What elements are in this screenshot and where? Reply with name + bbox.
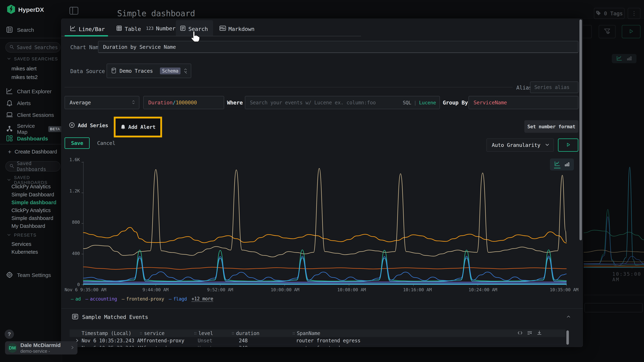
set-number-format-button[interactable]: Set number format (524, 120, 578, 133)
legend-item[interactable]: —accounting (85, 296, 117, 302)
bar-chart-icon (627, 56, 632, 62)
sidebar-item-team-settings[interactable]: Team Settings (6, 271, 51, 279)
code-icon[interactable] (517, 330, 523, 336)
create-dashboard-button[interactable]: + Create Dashboard (8, 148, 57, 155)
divider (0, 144, 62, 144)
column-duration[interactable]: duration (236, 330, 260, 336)
column-level[interactable]: level (198, 330, 213, 336)
cell-duration: 248 (239, 345, 248, 347)
alias-input[interactable]: Series alias (530, 81, 578, 93)
run-query-button-bg[interactable] (622, 25, 640, 38)
x-tick-label: 10:24:00 AM (466, 287, 500, 292)
page-title[interactable]: Simple dashboard (117, 8, 195, 18)
app-logo[interactable]: HyperDX (7, 5, 44, 15)
drag-handle-icon[interactable]: ∷ (194, 331, 196, 336)
tab-line-bar[interactable]: Line/Bar (70, 25, 105, 33)
add-alert-button[interactable]: Add Alert (120, 124, 156, 130)
drag-handle-icon[interactable]: ∷ (140, 331, 142, 336)
filter-button[interactable] (599, 25, 616, 38)
chart-name-input[interactable]: Duration by Service Name (98, 41, 578, 53)
tab-active-indicator (64, 35, 108, 36)
header-kebab-button[interactable]: ⋮ (628, 8, 640, 19)
field-expression-input[interactable]: Duration/1000000 (143, 96, 224, 109)
save-button[interactable]: Save (64, 137, 90, 149)
group-by-input[interactable]: ServiceName (468, 96, 578, 109)
tab-markdown[interactable]: Markdown (220, 25, 254, 32)
legend-item[interactable]: —frontend-proxy (122, 296, 164, 302)
saved-dashboards-input[interactable]: Saved Dashboards (5, 161, 60, 172)
column-timestamp[interactable]: Timestamp (Local) (82, 330, 131, 336)
sidebar-item-service-map[interactable]: Service Map BETA (6, 123, 62, 135)
chart-legend: —ad —accounting —frontend-proxy —flagd +… (71, 296, 213, 302)
collapse-chevron-icon[interactable] (566, 314, 571, 320)
column-spanname[interactable]: SpanName (297, 330, 320, 336)
cell-service: frontend-proxy (143, 345, 184, 347)
download-icon[interactable] (536, 330, 542, 336)
legend-item[interactable]: —flagd (169, 296, 187, 302)
event-row[interactable]: Nov 6 10:35:23.243 AM frontend-proxy Uns… (70, 337, 566, 344)
legend-item[interactable]: —ad (71, 296, 81, 302)
sidebar-toggle-icon[interactable] (70, 7, 78, 15)
saved-dashboard-item[interactable]: My Dashboard (12, 223, 45, 229)
drag-handle-icon[interactable]: ∷ (232, 331, 234, 336)
add-series-button[interactable]: Add Series (69, 122, 108, 129)
mouse-cursor (189, 30, 201, 44)
saved-dashboard-item[interactable]: Simple Dashboard (12, 192, 54, 198)
duration-line-chart[interactable] (82, 159, 574, 286)
wrap-lines-icon[interactable] (527, 330, 532, 336)
sidebar-item-search[interactable]: Search (6, 26, 34, 34)
preset-item[interactable]: Kubernetes (12, 249, 38, 255)
time-range-button-partial[interactable] (583, 25, 592, 38)
table-icon (116, 25, 122, 32)
user-menu[interactable]: DM Dale McDiarmid demo-service - (5, 341, 78, 355)
tags-button[interactable]: 0 Tags (594, 8, 624, 19)
tab-number[interactable]: 123 Number (146, 25, 176, 32)
x-tick-label: 10:16:00 AM (400, 287, 434, 292)
granularity-select[interactable]: Auto Granularity (486, 139, 554, 152)
tab-table[interactable]: Table (116, 25, 141, 32)
sidebar-item-alerts[interactable]: Alerts (6, 99, 31, 107)
sidebar-item-client-sessions[interactable]: Client Sessions (6, 111, 54, 119)
background-input[interactable] (584, 303, 642, 312)
saved-search-item[interactable]: mikes alert (12, 66, 36, 72)
aggregation-select[interactable]: Average (64, 96, 139, 109)
event-row-partial[interactable]: Nov 6 10:35:23.243 AM frontend-proxy Uns… (70, 344, 566, 347)
saved-dashboard-item[interactable]: Simple dashboard (12, 215, 53, 221)
sidebar-item-dashboards[interactable]: Dashboards (6, 135, 48, 143)
saved-dashboard-item[interactable]: ClickPy Analytics (12, 184, 51, 189)
background-chart-type-toggle[interactable] (612, 54, 636, 63)
legend-more-link[interactable]: +12 more (192, 296, 213, 302)
column-service[interactable]: service (144, 330, 164, 336)
field-token: Duration (148, 100, 173, 106)
events-table-scrollbar[interactable] (566, 330, 569, 345)
constant-token: 1000000 (176, 100, 197, 106)
search-list-icon (180, 25, 186, 32)
laptop-icon (6, 111, 13, 119)
sql-toggle[interactable]: SQL (403, 100, 411, 105)
sidebar-item-chart-explorer[interactable]: Chart Explorer (6, 88, 52, 95)
help-button[interactable]: ? (5, 330, 14, 339)
app-logo-text: HyperDX (18, 6, 44, 13)
filter-edit-icon (604, 28, 611, 35)
preset-item[interactable]: Services (12, 241, 31, 247)
database-icon (111, 68, 117, 74)
saved-dashboard-item-active[interactable]: Simple dashboard (12, 199, 56, 205)
hyperdx-logo-icon (7, 5, 16, 15)
lucene-toggle[interactable]: Lucene (419, 100, 436, 105)
presets-header[interactable]: PRESETS (7, 233, 36, 238)
drag-handle-icon[interactable]: ∷ (292, 331, 295, 336)
saved-dashboards-placeholder: Saved Dashboards (17, 161, 60, 172)
saved-dashboard-item[interactable]: ClickPy Analytics (12, 207, 51, 213)
run-chart-button[interactable] (558, 139, 578, 152)
data-source-select[interactable]: Demo Traces Schema (106, 64, 191, 78)
where-search-input[interactable]: Search your events w/ Lucene ex. column:… (245, 96, 440, 109)
modal-scrollbar[interactable] (580, 19, 582, 240)
chart-type-toggle[interactable] (550, 159, 574, 171)
saved-searches-input[interactable]: Saved Searches (5, 42, 60, 52)
saved-searches-header[interactable]: SAVED SEARCHES (7, 56, 58, 61)
avatar: DM (8, 343, 17, 353)
sample-events-header[interactable]: Sample Matched Events (72, 313, 148, 321)
cancel-button[interactable]: Cancel (97, 137, 116, 149)
bell-icon (6, 99, 13, 107)
saved-search-item[interactable]: mikes tets2 (12, 74, 38, 80)
